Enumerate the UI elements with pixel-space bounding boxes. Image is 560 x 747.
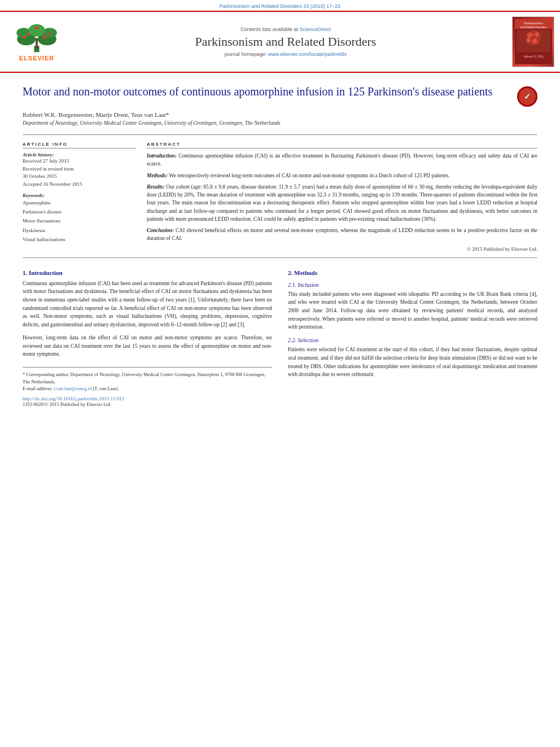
svg-text:Volume 23, 2016: Volume 23, 2016: [523, 55, 544, 58]
footnote-star: * Corresponding author. Department of Ne…: [23, 371, 272, 386]
svg-point-7: [23, 35, 27, 38]
copyright-line: © 2015 Published by Elsevier Ltd.: [147, 246, 537, 252]
journal-cover-image: Parkinsonism and Related Disorders Volum…: [512, 16, 554, 67]
title-row: ✓ Motor and non-motor outcomes of contin…: [23, 84, 537, 107]
inclusion-heading: 2.1. Inclusion: [288, 282, 537, 288]
article-title: Motor and non-motor outcomes of continuo…: [23, 84, 537, 99]
top-reference: Parkinsonism and Related Disorders 23 (2…: [0, 0, 560, 11]
cover-svg: Parkinsonism and Related Disorders Volum…: [514, 19, 553, 64]
keyword-3: Motor fluctuations: [23, 216, 135, 225]
svg-point-19: [535, 32, 539, 37]
body-content: 1. Introduction Continuous apomorphine i…: [23, 269, 537, 408]
svg-text:✓: ✓: [524, 92, 531, 101]
svg-rect-1: [36, 38, 38, 48]
affiliation: Department of Neurology, University Medi…: [23, 120, 537, 126]
abstract-col: ABSTRACT Introduction: Continuous apomor…: [147, 142, 537, 252]
journal-title: Parkinsonism and Related Disorders: [72, 34, 499, 49]
keyword-2: Parkinson's disease: [23, 207, 135, 216]
footnote-area: * Corresponding author. Department of Ne…: [23, 367, 272, 392]
inclusion-para-1: This study included patients who were di…: [288, 290, 537, 332]
svg-point-10: [47, 32, 50, 35]
selection-para-1: Patients were selected for CAI treatment…: [288, 346, 537, 379]
article-info-col: ARTICLE INFO Article history: Received 2…: [23, 142, 135, 252]
abstract-results: Results: Our cohort (age: 65.8 ± 9.8 yea…: [147, 183, 537, 223]
svg-point-9: [43, 35, 46, 38]
journal-cover-area: Parkinsonism and Related Disorders Volum…: [504, 16, 554, 67]
article-info-abstract: ARTICLE INFO Article history: Received 2…: [23, 142, 537, 252]
journal-title-area: Contents lists available at ScienceDirec…: [72, 27, 499, 57]
abstract-methods: Methods: We retrospectively reviewed lon…: [147, 172, 537, 180]
selection-heading: 2.2. Selection: [288, 337, 537, 343]
intro-para-1: Continuous apomorphine infusion (CAI) ha…: [23, 279, 272, 329]
abstract-intro: Introduction: Continuous apomorphine inf…: [147, 152, 537, 168]
svg-point-11: [35, 26, 38, 29]
methods-heading: 2. Methods: [288, 269, 537, 276]
article-content: ✓ Motor and non-motor outcomes of contin…: [0, 73, 560, 418]
body-col-right: 2. Methods 2.1. Inclusion This study inc…: [288, 269, 537, 408]
svg-point-6: [28, 24, 45, 36]
journal-ref-text: Parkinsonism and Related Disorders 23 (2…: [220, 3, 341, 9]
revised-label: Received in revised form: [23, 165, 135, 173]
svg-text:Parkinsonism: Parkinsonism: [524, 21, 543, 25]
keywords-label: Keywords:: [23, 193, 135, 198]
keyword-1: Apomorphine: [23, 198, 135, 207]
journal-homepage: journal homepage: www.elsevier.com/locat…: [72, 51, 499, 57]
journal-header: ELSEVIER Contents lists available at Sci…: [0, 11, 560, 73]
divider-1: [23, 134, 537, 135]
crossmark-area: ✓: [517, 86, 537, 107]
history-label: Article history:: [23, 152, 135, 158]
article-info-label: ARTICLE INFO: [23, 142, 135, 148]
received-date: Received 27 July 2015: [23, 158, 135, 165]
abstract-conclusion: Conclusion: CAI showed beneficial effect…: [147, 226, 537, 243]
elsevier-label: ELSEVIER: [19, 55, 54, 62]
elsevier-tree-icon: [11, 23, 62, 54]
body-col-left: 1. Introduction Continuous apomorphine i…: [23, 269, 272, 408]
revised-date: 30 October 2015: [23, 173, 135, 181]
elsevier-logo-area: ELSEVIER: [6, 23, 68, 62]
svg-point-8: [28, 32, 30, 35]
authors: Robbert W.K. Borgemeester, Martje Drent,…: [23, 111, 537, 118]
divider-2: [23, 257, 537, 258]
abstract-label: ABSTRACT: [147, 142, 537, 148]
doi-line: http://dx.doi.org/10.1016/j.parkreldis.2…: [23, 396, 272, 401]
intro-para-2: However, long-term data on the effect of…: [23, 334, 272, 359]
keywords-section: Keywords: Apomorphine Parkinson's diseas…: [23, 193, 135, 244]
article-history: Article history: Received 27 July 2015 R…: [23, 152, 135, 188]
sciencedirect-line: Contents lists available at ScienceDirec…: [72, 27, 499, 32]
keywords-list: Apomorphine Parkinson's disease Motor fl…: [23, 198, 135, 244]
intro-heading: 1. Introduction: [23, 269, 272, 276]
footnote-email: E-mail address: t.van.laar@umcg.nl (T. v…: [23, 385, 272, 392]
issn-line: 1353-8020/© 2015 Published by Elsevier L…: [23, 401, 272, 407]
crossmark-icon: ✓: [517, 86, 537, 107]
svg-text:and Related Disorders: and Related Disorders: [520, 26, 546, 29]
body-two-col: 1. Introduction Continuous apomorphine i…: [23, 269, 537, 408]
keyword-5: Visual hallucinations: [23, 235, 135, 244]
keyword-4: Dyskinesia: [23, 226, 135, 235]
accepted-date: Accepted 16 November 2015: [23, 181, 135, 189]
